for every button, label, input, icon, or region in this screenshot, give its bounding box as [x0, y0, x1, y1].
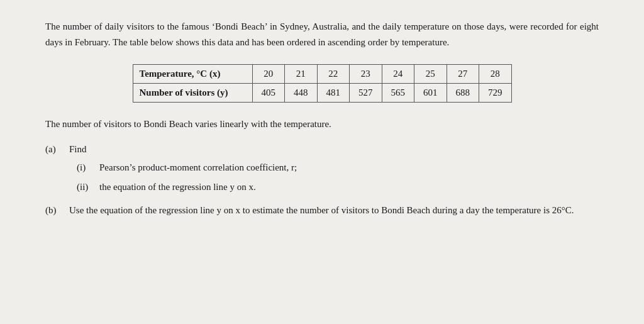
data-table-wrapper: Temperature, °C (x) 20 21 22 23 24 25 27… — [45, 64, 599, 103]
sub-part-i: (i) Pearson’s product-moment correlation… — [77, 160, 599, 176]
sub-part-ii-text: the equation of the regression line y on… — [99, 179, 256, 195]
temp-val-4: 23 — [350, 64, 382, 83]
part-b-letter: (b) — [45, 203, 63, 218]
visitors-val-2: 448 — [285, 83, 318, 102]
temp-val-6: 25 — [414, 64, 447, 83]
temperature-header: Temperature, °C (x) — [133, 64, 252, 83]
part-a-label: (a) Find — [45, 142, 599, 157]
page-content: The number of daily visitors to the famo… — [45, 19, 599, 224]
temp-val-3: 22 — [317, 64, 350, 83]
visitors-val-5: 565 — [382, 83, 414, 102]
sub-part-ii-label: (ii) — [77, 179, 94, 195]
visitors-val-6: 601 — [414, 83, 447, 102]
table-row-temperature: Temperature, °C (x) 20 21 22 23 24 25 27… — [133, 64, 511, 83]
part-b-label: (b) Use the equation of the regression l… — [45, 203, 599, 218]
temp-val-7: 27 — [447, 64, 479, 83]
data-table: Temperature, °C (x) 20 21 22 23 24 25 27… — [133, 64, 512, 103]
visitors-val-7: 688 — [447, 83, 479, 102]
visitors-val-3: 481 — [317, 83, 350, 102]
temp-val-2: 21 — [285, 64, 318, 83]
visitors-val-8: 729 — [479, 83, 512, 102]
sub-part-ii: (ii) the equation of the regression line… — [77, 179, 599, 195]
visitors-val-4: 527 — [350, 83, 382, 102]
table-row-visitors: Number of visitors (y) 405 448 481 527 5… — [133, 83, 511, 102]
sub-part-i-text: Pearson’s product-moment correlation coe… — [99, 160, 297, 176]
intro-paragraph: The number of daily visitors to the famo… — [45, 19, 599, 50]
part-a: (a) Find (i) Pearson’s product-moment co… — [45, 142, 599, 194]
linear-statement: The number of visitors to Bondi Beach va… — [45, 116, 599, 132]
part-a-letter: (a) — [45, 142, 63, 157]
temp-val-5: 24 — [382, 64, 414, 83]
part-a-find: Find — [69, 142, 87, 157]
visitors-val-1: 405 — [252, 83, 285, 102]
part-b: (b) Use the equation of the regression l… — [45, 203, 599, 218]
sub-parts-container: (i) Pearson’s product-moment correlation… — [77, 160, 599, 195]
visitors-header: Number of visitors (y) — [133, 83, 252, 102]
temp-val-1: 20 — [252, 64, 285, 83]
temp-val-8: 28 — [479, 64, 512, 83]
part-b-text: Use the equation of the regression line … — [69, 203, 574, 218]
sub-part-i-label: (i) — [77, 160, 94, 176]
